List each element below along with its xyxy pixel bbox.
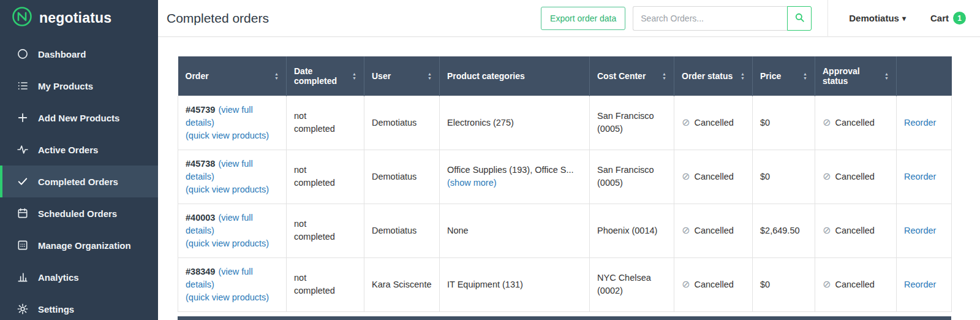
approval-status-cell: ⊘Cancelled [815,257,897,311]
price-text: $0 [760,280,770,289]
search-button[interactable] [787,6,812,31]
user-menu-label: Demotiatus [849,13,899,23]
sidebar-item-label: Settings [38,304,74,314]
quick-view-products-link[interactable]: (quick view products) [186,183,279,196]
reorder-cell: Reorder [897,150,952,204]
sidebar-item-dashboard[interactable]: Dashboard [0,38,158,70]
approval-status-text: Cancelled [835,278,875,291]
order-number: #38349 [186,267,215,276]
sidebar-item-label: Manage Organization [38,240,131,251]
sidebar-item-label: Completed Orders [38,177,118,187]
column-header-approval-status[interactable]: Approval status▲▼ [815,56,897,96]
top-header: Completed orders Export order data Demot… [158,0,980,37]
quick-view-products-link[interactable]: (quick view products) [186,129,279,142]
quick-view-products-link[interactable]: (quick view products) [186,291,279,304]
cost-center-cell: Phoenix (0014) [590,204,674,257]
order-number: #45739 [186,105,215,115]
user-menu[interactable]: Demotiatus ▾ [849,13,906,23]
cancelled-icon: ⊘ [682,118,690,128]
sidebar-item-analytics[interactable]: Analytics [0,261,158,293]
cancelled-icon: ⊘ [682,280,690,289]
price-cell: $2,649.50 [753,204,815,257]
column-header-price[interactable]: Price▲▼ [753,56,815,96]
order-status-text: Cancelled [694,224,734,237]
brand-logo[interactable]: negotiatus [0,0,158,36]
user-cell: Demotiatus [364,96,440,150]
sidebar-item-add-new-products[interactable]: Add New Products [0,102,158,134]
order-status-cell: ⊘Cancelled [674,204,753,257]
sidebar: negotiatus Dashboard My Products Add New… [0,0,158,320]
reorder-link[interactable]: Reorder [904,280,936,289]
sidebar-nav: Dashboard My Products Add New Products A… [0,38,158,320]
product-categories-cell: IT Equipment (131) [440,257,590,311]
sidebar-item-label: Scheduled Orders [38,208,117,219]
sort-icon: ▲▼ [428,72,432,80]
content-area: Order▲▼ Date completed▲▼ User▲▼ Product … [158,37,980,320]
sidebar-item-label: My Products [38,81,93,91]
order-cell: #45739(view full details) (quick view pr… [178,96,287,150]
column-header-order-status[interactable]: Order status▲▼ [674,56,753,96]
table-row: #45738(view full details) (quick view pr… [178,150,952,204]
next-row-edge [178,316,951,320]
cancelled-icon: ⊘ [823,118,831,128]
column-header-user[interactable]: User▲▼ [364,56,440,96]
quick-view-products-link[interactable]: (quick view products) [186,237,279,250]
sort-icon: ▲▼ [662,72,666,80]
list-icon [17,80,29,92]
cost-center-text: San Francisco (0005) [597,165,654,188]
product-categories-text: IT Equipment (131) [447,280,523,289]
approval-status-cell: ⊘Cancelled [815,204,897,257]
user-cell: Demotiatus [364,204,440,257]
sidebar-item-settings[interactable]: Settings [0,293,158,320]
sidebar-item-completed-orders[interactable]: Completed Orders [0,166,158,197]
reorder-link[interactable]: Reorder [904,118,936,128]
sidebar-item-label: Add New Products [38,113,119,123]
column-header-product-categories[interactable]: Product categories [440,56,590,96]
user-name: Demotiatus [372,172,417,181]
cart-button[interactable]: Cart 1 [930,12,966,25]
price-cell: $0 [753,150,815,204]
column-header-actions [897,56,952,96]
order-status-text: Cancelled [694,278,734,291]
cancelled-icon: ⊘ [682,226,690,235]
reorder-cell: Reorder [897,257,952,311]
sidebar-item-manage-organization[interactable]: Manage Organization [0,229,158,261]
sidebar-item-scheduled-orders[interactable]: Scheduled Orders [0,197,158,229]
price-text: $0 [760,118,770,128]
reorder-link[interactable]: Reorder [904,226,936,235]
user-name: Demotiatus [372,226,417,235]
column-header-order[interactable]: Order▲▼ [178,56,287,96]
cost-center-cell: San Francisco (0005) [590,96,674,150]
search-input[interactable] [633,6,787,31]
column-label: Order [186,71,209,81]
plus-icon [17,112,29,124]
column-header-date-completed[interactable]: Date completed▲▼ [287,56,364,96]
calendar-icon [17,207,29,219]
sidebar-item-my-products[interactable]: My Products [0,70,158,102]
product-categories-cell: Electronics (275) [440,96,590,150]
date-completed-cell: not completed [287,96,364,150]
product-categories-text: Office Supplies (193), Office S... [447,165,574,175]
price-text: $2,649.50 [760,226,800,235]
cost-center-text: San Francisco (0005) [597,111,654,134]
show-more-link[interactable]: (show more) [447,177,582,189]
cart-count-badge: 1 [953,12,966,25]
circle-icon [17,48,29,60]
sidebar-item-label: Dashboard [38,49,86,59]
gear-icon [17,303,29,315]
check-icon [17,175,29,188]
reorder-link[interactable]: Reorder [904,172,936,181]
user-name: Kara Sciscente [372,280,432,289]
table-row: #40003(view full details) (quick view pr… [178,204,952,257]
product-categories-text: Electronics (275) [447,118,514,128]
reorder-cell: Reorder [897,204,952,257]
order-number: #45738 [186,159,215,169]
order-cell: #45738(view full details) (quick view pr… [178,150,287,204]
sidebar-item-active-orders[interactable]: Active Orders [0,134,158,166]
sort-icon: ▲▼ [741,72,745,80]
date-completed-text: not completed [294,218,342,243]
export-order-data-button[interactable]: Export order data [541,7,625,30]
order-status-cell: ⊘Cancelled [674,150,753,204]
column-header-cost-center[interactable]: Cost Center▲▼ [590,56,674,96]
user-zone: Demotiatus ▾ Cart 1 [827,0,966,36]
